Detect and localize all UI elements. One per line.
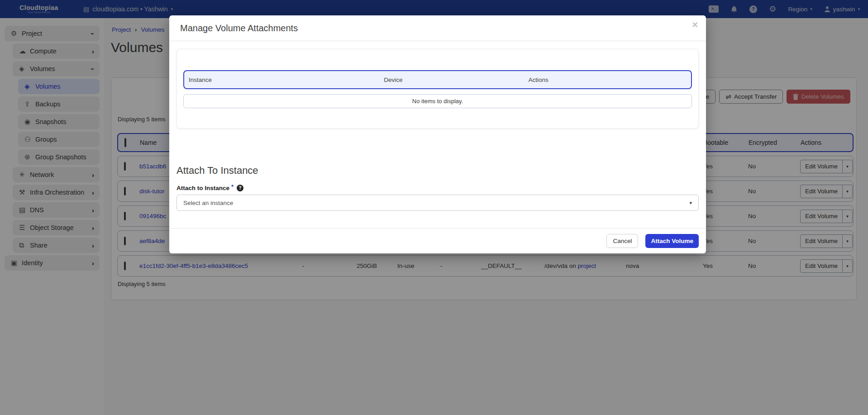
attach-to-instance-heading: Attach To Instance: [176, 165, 258, 176]
required-asterisk: *: [231, 183, 234, 190]
instance-select-value: Select an instance: [183, 200, 233, 206]
modal-header: Manage Volume Attachments ×: [169, 15, 706, 41]
attachments-empty-row: No items to display.: [183, 94, 692, 108]
manage-volume-attachments-modal: Manage Volume Attachments × Instance Dev…: [169, 15, 706, 253]
attach-volume-button[interactable]: Attach Volume: [645, 234, 699, 248]
modal-title: Manage Volume Attachments: [180, 23, 298, 33]
attachments-card: Instance Device Actions No items to disp…: [176, 49, 699, 129]
cancel-button[interactable]: Cancel: [606, 234, 638, 248]
close-icon[interactable]: ×: [692, 20, 698, 30]
column-header-device: Device: [379, 76, 524, 83]
field-label-text: Attach to Instance: [176, 185, 229, 191]
attach-to-instance-label: Attach to Instance * ?: [176, 185, 243, 191]
chevron-down-icon: ▾: [689, 200, 692, 206]
column-header-actions: Actions: [524, 76, 691, 83]
app-root: Cloudtopiaa Your Cloud Partner ▤ cloudto…: [0, 0, 868, 415]
attachments-table-header: Instance Device Actions: [183, 70, 692, 89]
column-header-instance: Instance: [184, 76, 379, 83]
instance-select[interactable]: Select an instance ▾: [176, 195, 699, 211]
modal-footer-divider: [169, 228, 706, 229]
modal-footer: Cancel Attach Volume: [606, 234, 699, 248]
field-help-icon[interactable]: ?: [237, 185, 243, 191]
